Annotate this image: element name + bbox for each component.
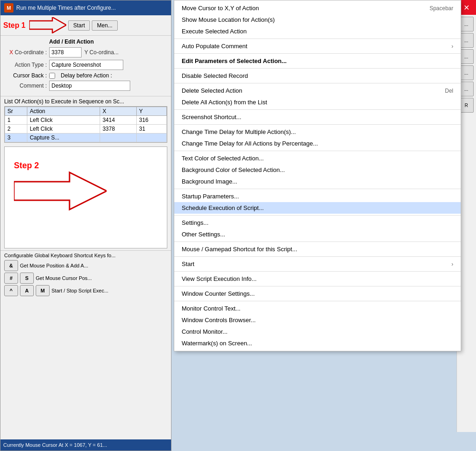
- menu-item-watermark[interactable]: Watermark(s) on Screen...: [174, 337, 461, 349]
- cell-sr: 1: [5, 116, 27, 125]
- title-bar: M Run me Multiple Times after Configure.…: [0, 0, 171, 15]
- menu-item-bg-color[interactable]: Background Color of Selected Action...: [174, 164, 461, 176]
- menu-item-schedule[interactable]: Schedule Execution of Script...: [174, 202, 461, 214]
- menu-item-window-counter[interactable]: Window Counter Settings...: [174, 288, 461, 299]
- menu-item-move-cursor-label: Move Cursor to X,Y of Action: [182, 5, 259, 12]
- menu-item-other-settings[interactable]: Other Settings...: [174, 229, 461, 240]
- submenu-arrow-auto-populate: ›: [451, 43, 453, 50]
- menu-item-auto-populate-label: Auto Populate Comment: [182, 43, 248, 50]
- table-row[interactable]: 1 Left Click 3414 316: [5, 116, 167, 125]
- menu-item-start[interactable]: Start ›: [174, 258, 461, 270]
- separator-10: [174, 241, 461, 242]
- cell-action: Left Click: [27, 116, 100, 125]
- table-row[interactable]: 2 Left Click 3378 31: [5, 125, 167, 133]
- separator-14: [174, 301, 461, 301]
- x-coord-input[interactable]: [49, 47, 82, 57]
- menu-item-change-time-delay[interactable]: Change Time Delay for Multiple Action(s)…: [174, 126, 461, 138]
- close-icon: ✕: [463, 3, 470, 12]
- submenu-arrow-start: ›: [451, 261, 453, 267]
- cursor-back-label: Cursor Back :: [5, 72, 47, 79]
- menu-item-mouse-gamepad[interactable]: Mouse / Gamepad Shortcut for this Script…: [174, 243, 461, 255]
- toolbar: Step 1 Start Men...: [0, 15, 171, 36]
- section-title: Add / Edit Action: [49, 38, 94, 45]
- menu-item-watermark-label: Watermark(s) on Screen...: [182, 340, 252, 347]
- action-type-label: Action Type :: [5, 62, 47, 68]
- menu-item-auto-populate[interactable]: Auto Populate Comment ›: [174, 40, 461, 52]
- kbd-title: Configurable Global Keyboard Shortcut Ke…: [4, 253, 167, 258]
- separator-7: [174, 151, 461, 151]
- menu-item-start-label: Start: [182, 260, 194, 267]
- menu-item-text-color[interactable]: Text Color of Selected Action...: [174, 152, 461, 164]
- kbd-m: M: [36, 285, 50, 296]
- separator-5: [174, 109, 461, 110]
- form-section: Add / Edit Action X Co-ordinate : Y Co-o…: [0, 36, 171, 96]
- menu-item-edit-params[interactable]: Edit Parameters of Selected Action...: [174, 55, 461, 67]
- menu-item-control-monitor-label: Control Monitor...: [182, 328, 228, 335]
- menu-item-bg-color-label: Background Color of Selected Action...: [182, 166, 285, 173]
- menu-item-disable[interactable]: Disable Selected Record: [174, 70, 461, 82]
- menu-item-mouse-gamepad-label: Mouse / Gamepad Shortcut for this Script…: [182, 246, 297, 253]
- menu-item-delete-all-label: Delete All Action(s) from the List: [182, 99, 267, 106]
- app-icon: M: [4, 3, 13, 13]
- kbd-row1-text: Get Mouse Position & Add A...: [20, 263, 88, 268]
- step2-label: Step 2: [14, 161, 39, 171]
- menu-item-other-settings-label: Other Settings...: [182, 231, 225, 238]
- comment-label: Comment :: [5, 83, 47, 89]
- action-table-container: Sr Action X Y 1 Left Click 3414 316 2: [4, 106, 167, 143]
- separator-2: [174, 53, 461, 54]
- menu-item-monitor-control-text-label: Monitor Control Text...: [182, 305, 241, 312]
- menu-item-change-time-delay-pct[interactable]: Change Time Delay for All Actions by Per…: [174, 138, 461, 149]
- menu-item-startup-params[interactable]: Startup Parameters...: [174, 191, 461, 202]
- cell-x: 3414: [100, 116, 137, 125]
- cell-x: [100, 133, 137, 142]
- menu-item-move-cursor[interactable]: Move Cursor to X,Y of Action Spacebar: [174, 2, 461, 14]
- status-text: Currently Mouse Cursor At X = 1067, Y = …: [3, 442, 107, 448]
- action-type-input[interactable]: [49, 60, 123, 70]
- menu-item-bg-image[interactable]: Background Image...: [174, 176, 461, 187]
- menu-item-bg-image-label: Background Image...: [182, 178, 237, 185]
- separator-8: [174, 189, 461, 189]
- cell-sr: 2: [5, 125, 27, 133]
- kbd-row-3: ^ A M Start / Stop Script Exec...: [4, 285, 167, 296]
- menu-item-control-monitor[interactable]: Control Monitor...: [174, 326, 461, 337]
- comment-input[interactable]: [49, 81, 130, 91]
- menu-item-schedule-label: Schedule Execution of Script...: [182, 204, 264, 211]
- cell-sr: 3: [5, 133, 27, 142]
- action-list-section: List Of Action(s) to Execute in Sequence…: [0, 96, 171, 145]
- menu-button[interactable]: Men...: [92, 20, 117, 31]
- separator-9: [174, 215, 461, 216]
- separator-4: [174, 83, 461, 83]
- kbd-hash: #: [4, 273, 18, 284]
- kbd-a: A: [20, 285, 34, 296]
- menu-item-show-mouse[interactable]: Show Mouse Location for Action(s): [174, 14, 461, 25]
- menu-item-delete-action-label: Delete Selected Action: [182, 87, 242, 94]
- menu-item-monitor-control-text[interactable]: Monitor Control Text...: [174, 303, 461, 314]
- kbd-row-1: & Get Mouse Position & Add A...: [4, 260, 167, 271]
- menu-item-screenshot-shortcut-label: Screenshot Shortcut...: [182, 114, 241, 121]
- menu-item-startup-params-label: Startup Parameters...: [182, 193, 239, 200]
- coord-row: X Co-ordinate : Y Co-ordina...: [5, 47, 166, 57]
- menu-item-delete-all[interactable]: Delete All Action(s) from the List: [174, 96, 461, 108]
- start-button[interactable]: Start: [68, 20, 90, 31]
- menu-item-settings[interactable]: Settings...: [174, 217, 461, 229]
- separator-13: [174, 286, 461, 286]
- menu-item-show-mouse-label: Show Mouse Location for Action(s): [182, 16, 275, 23]
- separator-3: [174, 68, 461, 69]
- menu-item-delete-action[interactable]: Delete Selected Action Del: [174, 85, 461, 96]
- table-row[interactable]: 3 Capture S...: [5, 133, 167, 142]
- menu-item-execute[interactable]: Execute Selected Action: [174, 25, 461, 37]
- x-coord-label: X Co-ordinate :: [5, 49, 47, 56]
- menu-item-change-time-delay-pct-label: Change Time Delay for All Actions by Per…: [182, 140, 318, 147]
- menu-item-window-controls-browser[interactable]: Window Controls Browser...: [174, 314, 461, 326]
- menu-item-move-cursor-shortcut: Spacebar: [430, 5, 453, 12]
- svg-marker-1: [14, 172, 107, 210]
- menu-item-screenshot-shortcut[interactable]: Screenshot Shortcut...: [174, 111, 461, 123]
- action-table: Sr Action X Y 1 Left Click 3414 316 2: [5, 107, 167, 142]
- col-sr: Sr: [5, 107, 27, 116]
- separator-6: [174, 124, 461, 125]
- step2-arrow: [14, 170, 107, 212]
- separator-1: [174, 38, 461, 39]
- cursor-back-checkbox[interactable]: [49, 73, 55, 79]
- menu-item-view-script-info[interactable]: View Script Execution Info...: [174, 273, 461, 285]
- menu-item-window-controls-browser-label: Window Controls Browser...: [182, 317, 256, 324]
